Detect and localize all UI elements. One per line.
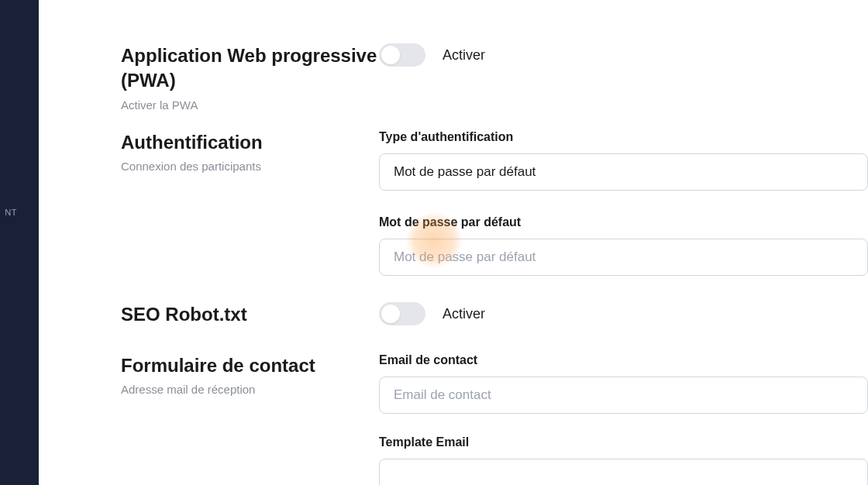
seo-toggle[interactable] [379,302,425,325]
contact-title: Formulaire de contact [121,353,379,378]
contact-subtitle: Adresse mail de réception [121,383,379,396]
pwa-toggle-label: Activer [443,47,485,64]
auth-password-input[interactable] [379,239,868,276]
toggle-knob [381,304,400,323]
auth-title: Authentification [121,130,379,155]
sidebar-partial-label: NT [0,208,39,217]
section-auth: Authentification Connexion des participa… [39,130,868,276]
auth-type-select[interactable]: Mot de passe par défaut [379,153,868,191]
contact-template-select[interactable] [379,459,868,485]
auth-type-label: Type d'authentification [379,130,868,144]
seo-toggle-label: Activer [443,306,485,322]
contact-template-label: Template Email [379,435,868,449]
pwa-toggle[interactable] [379,43,425,67]
section-contact: Formulaire de contact Adresse mail de ré… [39,353,868,485]
auth-subtitle: Connexion des participants [121,160,379,173]
pwa-title: Application Web progressive (PWA) [121,43,379,94]
pwa-subtitle: Activer la PWA [121,98,379,112]
contact-email-input[interactable] [379,377,868,414]
main-content: Application Web progressive (PWA) Active… [39,0,868,485]
seo-title: SEO Robot.txt [121,302,379,327]
auth-type-value: Mot de passe par défaut [394,164,536,180]
section-seo: SEO Robot.txt Activer [39,302,868,327]
sidebar: NT [0,0,39,485]
toggle-knob [381,46,400,64]
section-pwa: Application Web progressive (PWA) Active… [39,43,868,112]
auth-password-label: Mot de passe par défaut [379,215,868,229]
contact-email-label: Email de contact [379,353,868,367]
